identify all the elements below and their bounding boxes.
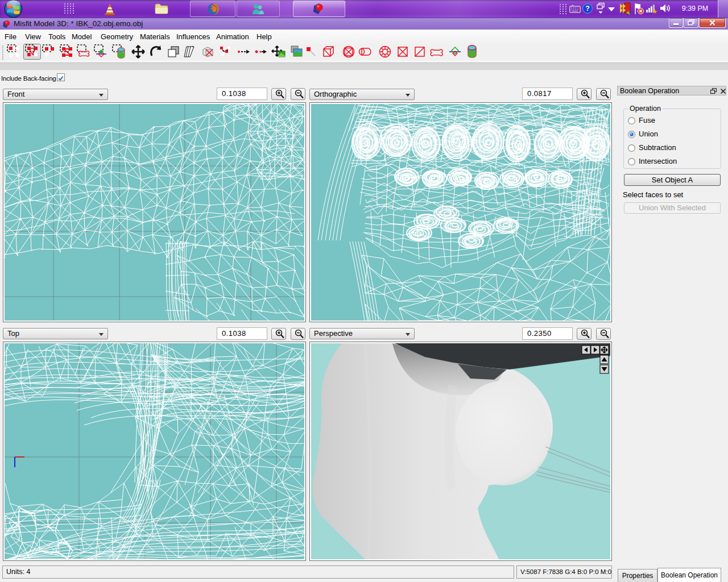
svg-text:?: ?: [585, 5, 590, 13]
